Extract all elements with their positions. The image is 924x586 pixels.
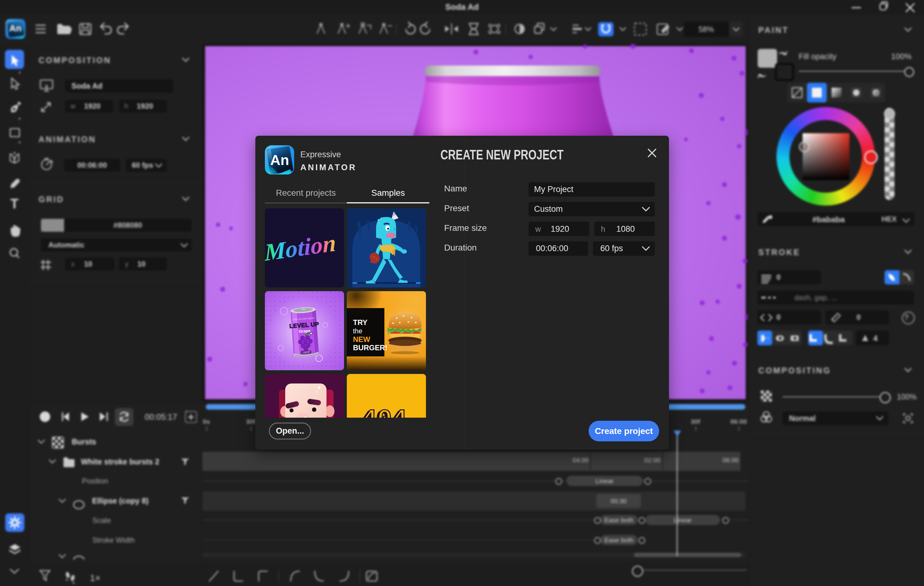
svg-text:Motion: Motion [265,229,337,266]
svg-text:4: 4 [873,334,878,343]
svg-text:+100HP: +100HP [302,351,310,354]
svg-text:T: T [10,196,19,211]
svg-text:An: An [270,152,289,168]
svg-text:1×: 1× [90,573,101,583]
svg-text:404: 404 [363,406,408,418]
